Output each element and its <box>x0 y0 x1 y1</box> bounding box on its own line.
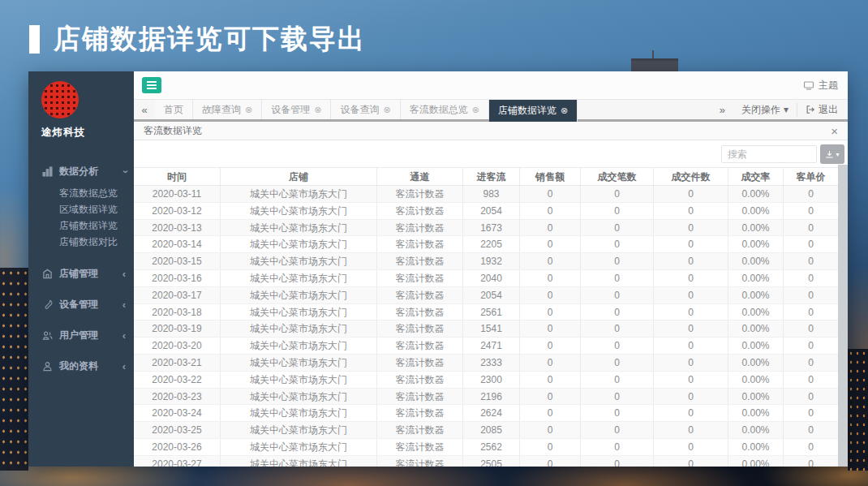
tab-close-icon[interactable]: ⊗ <box>245 105 252 115</box>
sign-out-icon <box>806 105 815 114</box>
table-row[interactable]: 2020-03-27 城关中心菜市场东大门 客流计数器 2505 0 0 0 0… <box>134 456 838 467</box>
cell-visitors: 2196 <box>463 389 520 405</box>
cell-time: 2020-03-26 <box>134 439 221 455</box>
tabbar-spacer <box>578 100 711 119</box>
table-row[interactable]: 2020-03-17 城关中心菜市场东大门 客流计数器 2054 0 0 0 0… <box>134 287 838 304</box>
table-row[interactable]: 2020-03-20 城关中心菜市场东大门 客流计数器 2471 0 0 0 0… <box>134 338 838 355</box>
column-header-visitors[interactable]: 进客流 <box>463 168 520 185</box>
cell-orders: 0 <box>581 304 654 320</box>
table-row[interactable]: 2020-03-13 城关中心菜市场东大门 客流计数器 1673 0 0 0 0… <box>134 220 838 237</box>
table-row[interactable]: 2020-03-21 城关中心菜市场东大门 客流计数器 2333 0 0 0 0… <box>134 355 838 372</box>
cell-time: 2020-03-16 <box>134 270 221 286</box>
tab-close-icon[interactable]: ⊗ <box>314 105 321 115</box>
search-input[interactable] <box>721 145 817 163</box>
sidebar-subitem-store-compare[interactable]: 店铺数据对比 <box>28 234 134 250</box>
bar-chart-icon <box>41 166 53 177</box>
cell-store: 城关中心菜市场东大门 <box>221 372 377 388</box>
table-row[interactable]: 2020-03-23 城关中心菜市场东大门 客流计数器 2196 0 0 0 0… <box>134 389 838 406</box>
panel-title: 客流数据详览 <box>144 124 202 138</box>
cell-visitors: 2300 <box>463 372 520 388</box>
tab-device-query[interactable]: 设备查询 ⊗ <box>331 100 400 119</box>
sidebar-nav: 数据分析 ‹ 客流数据总览 区域数据详览 店铺数据详览 店铺数据对比 店铺管理 … <box>28 159 134 378</box>
close-operations-dropdown[interactable]: 关闭操作 ▾ <box>733 103 797 117</box>
tab-home[interactable]: 首页 <box>155 100 193 119</box>
column-header-items[interactable]: 成交件数 <box>654 168 728 185</box>
column-header-orders[interactable]: 成交笔数 <box>581 168 654 185</box>
table-row[interactable]: 2020-03-15 城关中心菜市场东大门 客流计数器 1932 0 0 0 0… <box>134 253 838 270</box>
table-scrollbar[interactable] <box>838 165 848 467</box>
cell-time: 2020-03-15 <box>134 253 221 269</box>
sidebar-item-label: 设备管理 <box>59 298 122 312</box>
cell-sales: 0 <box>520 236 581 252</box>
sidebar-item-device-management[interactable]: 设备管理 ‹ <box>28 292 134 316</box>
cell-conversion: 0.00% <box>728 389 784 405</box>
tabs-scroll-left-icon[interactable]: « <box>134 100 155 119</box>
table-row[interactable]: 2020-03-14 城关中心菜市场东大门 客流计数器 2205 0 0 0 0… <box>134 236 838 253</box>
tab-close-icon[interactable]: ⊗ <box>383 105 390 115</box>
table-row[interactable]: 2020-03-22 城关中心菜市场东大门 客流计数器 2300 0 0 0 0… <box>134 372 838 389</box>
tab-store-data-detail-active[interactable]: 店铺数据详览 ⊗ <box>489 100 578 122</box>
cell-time: 2020-03-27 <box>134 456 221 467</box>
cell-avg-ticket: 0 <box>784 270 838 286</box>
table-row[interactable]: 2020-03-19 城关中心菜市场东大门 客流计数器 1541 0 0 0 0… <box>134 320 838 338</box>
table-row[interactable]: 2020-03-26 城关中心菜市场东大门 客流计数器 2562 0 0 0 0… <box>134 439 838 456</box>
column-header-sales[interactable]: 销售额 <box>520 168 581 185</box>
cell-items: 0 <box>654 389 728 405</box>
cell-orders: 0 <box>581 456 654 467</box>
cell-store: 城关中心菜市场东大门 <box>221 439 377 455</box>
table-row[interactable]: 2020-03-11 城关中心菜市场东大门 客流计数器 983 0 0 0 0.… <box>134 186 838 203</box>
exit-button[interactable]: 退出 <box>797 103 848 117</box>
cell-store: 城关中心菜市场东大门 <box>221 355 377 371</box>
table-row[interactable]: 2020-03-18 城关中心菜市场东大门 客流计数器 2561 0 0 0 0… <box>134 304 838 321</box>
cell-orders: 0 <box>581 405 654 421</box>
sidebar-subitem-traffic-overview[interactable]: 客流数据总览 <box>28 185 134 201</box>
tab-device-management[interactable]: 设备管理 ⊗ <box>262 100 331 119</box>
sidebar-item-data-analysis[interactable]: 数据分析 ‹ <box>28 159 134 183</box>
cell-sales: 0 <box>520 304 581 320</box>
tab-close-icon[interactable]: ⊗ <box>561 105 568 116</box>
column-header-channel[interactable]: 通道 <box>377 168 463 185</box>
export-button[interactable]: ▾ <box>820 144 844 164</box>
tabs-scroll-right-icon[interactable]: » <box>711 104 733 116</box>
cell-orders: 0 <box>581 389 654 405</box>
column-header-avg-ticket[interactable]: 客单价 <box>784 168 838 185</box>
cell-channel: 客流计数器 <box>377 405 463 421</box>
table-row[interactable]: 2020-03-24 城关中心菜市场东大门 客流计数器 2624 0 0 0 0… <box>134 405 838 422</box>
cell-store: 城关中心菜市场东大门 <box>221 304 377 320</box>
sidebar-subitem-region-detail[interactable]: 区域数据详览 <box>28 201 134 217</box>
cell-avg-ticket: 0 <box>784 320 838 337</box>
sidebar-subitem-store-detail[interactable]: 店铺数据详览 <box>28 217 134 234</box>
cell-avg-ticket: 0 <box>784 405 838 421</box>
column-header-time[interactable]: 时间 <box>134 168 221 185</box>
cell-items: 0 <box>654 220 728 236</box>
sidebar-item-store-management[interactable]: 店铺管理 ‹ <box>28 261 134 286</box>
tab-traffic-overview[interactable]: 客流数据总览 ⊗ <box>401 100 489 119</box>
cell-channel: 客流计数器 <box>377 304 463 320</box>
cell-channel: 客流计数器 <box>377 320 463 337</box>
theme-button[interactable]: 主题 <box>803 79 838 92</box>
tab-fault-query[interactable]: 故障查询 ⊗ <box>193 100 262 119</box>
table-row[interactable]: 2020-03-12 城关中心菜市场东大门 客流计数器 2054 0 0 0 0… <box>134 203 838 220</box>
cell-sales: 0 <box>520 320 581 337</box>
tab-label: 店铺数据详览 <box>498 104 556 118</box>
sidebar-item-user-management[interactable]: 用户管理 ‹ <box>28 323 134 347</box>
cell-avg-ticket: 0 <box>784 422 838 438</box>
cell-conversion: 0.00% <box>728 304 784 320</box>
sidebar-item-my-profile[interactable]: 我的资料 ‹ <box>28 354 134 378</box>
caret-down-icon: ▾ <box>784 104 789 115</box>
cell-orders: 0 <box>581 270 654 286</box>
cell-store: 城关中心菜市场东大门 <box>221 270 377 286</box>
cell-avg-ticket: 0 <box>784 439 838 455</box>
table-row[interactable]: 2020-03-16 城关中心菜市场东大门 客流计数器 2040 0 0 0 0… <box>134 270 838 287</box>
tab-close-icon[interactable]: ⊗ <box>472 105 479 115</box>
cell-conversion: 0.00% <box>728 338 784 354</box>
table-row[interactable]: 2020-03-25 城关中心菜市场东大门 客流计数器 2085 0 0 0 0… <box>134 422 838 439</box>
tab-label: 客流数据总览 <box>410 103 468 117</box>
column-header-store[interactable]: 店铺 <box>221 168 377 185</box>
sidebar-toggle-button[interactable] <box>142 77 161 93</box>
column-header-conversion[interactable]: 成交率 <box>728 168 784 185</box>
cell-conversion: 0.00% <box>728 422 784 438</box>
cell-conversion: 0.00% <box>728 405 784 421</box>
panel-close-icon[interactable]: × <box>831 125 838 137</box>
cell-items: 0 <box>654 372 728 388</box>
